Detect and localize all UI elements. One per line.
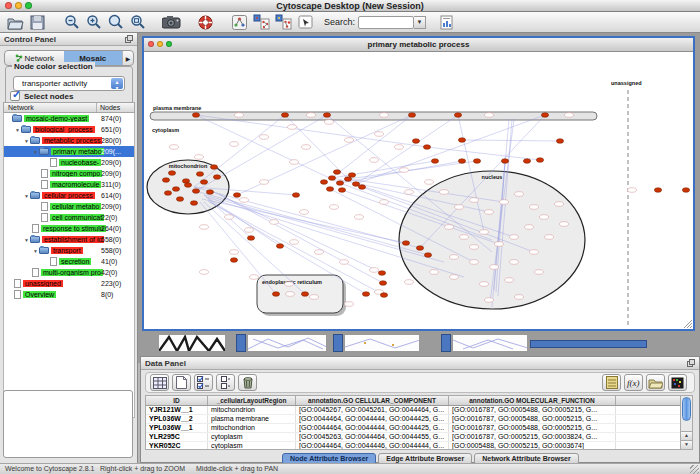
table-row[interactable]: YJR121W__1mitochondrion[GO:0045267, GO:0…	[146, 406, 681, 415]
tree-item-10[interactable]: response to stimulu264(0)	[4, 223, 134, 234]
svg-text:cytoplasm: cytoplasm	[152, 127, 179, 133]
tree-item-8[interactable]: cellular metabo209(0)	[4, 201, 134, 212]
tree-item-count: 311(0)	[101, 181, 121, 188]
tree-item-9[interactable]: cell communicat22(0)	[4, 212, 134, 223]
formula-builder-icon[interactable]: f(x)	[624, 374, 643, 391]
tree-item-3[interactable]: ▼primary metabo209(...	[4, 146, 134, 157]
column-header-filler	[616, 396, 681, 405]
column-header[interactable]: annotation.GO MOLECULAR_FUNCTION	[449, 396, 616, 405]
snapshot-icon[interactable]	[162, 13, 181, 32]
background-window-edge[interactable]	[333, 334, 343, 352]
svg-text:unassigned: unassigned	[611, 80, 642, 86]
folder-icon	[12, 115, 22, 122]
apply-layout-icon[interactable]	[252, 13, 271, 32]
tree-item-12[interactable]: ▼transport558(0)	[4, 245, 134, 256]
network-view-window: primary metabolic process plasma membran…	[142, 36, 695, 331]
zoom-in-icon[interactable]	[84, 13, 103, 32]
tree-item-count: 558(0)	[101, 247, 121, 254]
vizmapper-icon[interactable]	[230, 13, 249, 32]
scroll-up-icon[interactable]: ▲	[681, 431, 692, 440]
background-window-edge[interactable]	[530, 340, 647, 348]
table-cell: YJR121W__1	[146, 406, 208, 414]
search-input[interactable]	[358, 16, 414, 29]
tree-col-nodes[interactable]: Nodes	[97, 103, 134, 112]
expand-arrow-icon[interactable]: ▼	[14, 127, 21, 133]
attribute-batch-unselect-icon[interactable]	[216, 374, 235, 391]
tree-item-0[interactable]: mosaic-demo-yeast874(0)	[4, 113, 134, 124]
float-panel-icon[interactable]	[125, 35, 133, 45]
tree-item-14[interactable]: multi-organism pro42(0)	[4, 267, 134, 278]
table-cell: [GO:0045267, GO:0045261, GO:0044464, G..…	[296, 406, 449, 414]
resize-grip[interactable]	[690, 465, 699, 474]
network-canvas[interactable]: plasma membranecytoplasmmitochondrionnuc…	[144, 52, 693, 329]
tree-item-7[interactable]: ▼cellular process614(0)	[4, 190, 134, 201]
column-header[interactable]: _cellularLayoutRegion	[208, 396, 296, 405]
tree-item-11[interactable]: ▼establishment of lo558(0)	[4, 234, 134, 245]
background-window[interactable]	[158, 334, 226, 352]
node-color-combobox[interactable]: transporter activity ▲▼	[13, 76, 125, 91]
expand-arrow-icon[interactable]: ▼	[23, 237, 30, 243]
status-pan-hint: Middle-click + drag to PAN	[196, 465, 278, 472]
tree-item-label: cellular metabo	[50, 203, 101, 210]
apply-layout-alt-icon[interactable]	[274, 13, 293, 32]
table-row[interactable]: YPL036W__1mitochondrion[GO:0044464, GO:0…	[146, 424, 681, 433]
background-window[interactable]	[344, 334, 420, 352]
birds-eye-view[interactable]	[3, 390, 133, 458]
tree-item-count: 614(0)	[101, 192, 121, 199]
save-icon[interactable]	[28, 13, 47, 32]
table-scrollbar[interactable]: ▲ ▼	[680, 395, 693, 450]
expand-arrow-icon[interactable]: ▼	[23, 193, 30, 199]
attribute-batch-select-icon[interactable]	[194, 374, 213, 391]
network-window-titlebar[interactable]: primary metabolic process	[144, 38, 693, 52]
search-dropdown-icon[interactable]: ▼	[414, 16, 426, 29]
tree-item-4[interactable]: nucleobase-209(0)	[4, 157, 134, 168]
import-attributes-icon[interactable]	[646, 374, 665, 391]
tree-item-16[interactable]: Overview8(0)	[4, 289, 134, 300]
tree-item-5[interactable]: nitrogen compo209(0)	[4, 168, 134, 179]
tree-item-count: 223(0)	[101, 280, 121, 287]
float-panel-icon[interactable]	[687, 359, 695, 369]
column-header[interactable]: ID	[146, 396, 208, 405]
scrollbar-thumb[interactable]	[682, 397, 691, 421]
tree-col-network[interactable]: Network	[4, 103, 97, 112]
table-cell: [GO:0016787, GO:0005215, GO:0003824, G..…	[449, 433, 616, 441]
attribute-table: ID_cellularLayoutRegionannotation.GO CEL…	[145, 395, 682, 450]
create-attribute-icon[interactable]	[172, 374, 191, 391]
tabs-overflow-icon[interactable]: ▶	[122, 51, 133, 65]
column-header[interactable]: annotation.GO CELLULAR_COMPONENT	[296, 396, 449, 405]
table-row[interactable]: YPL036W__2plasma membrane[GO:0044464, GO…	[146, 415, 681, 424]
expand-arrow-icon[interactable]: ▼	[32, 248, 39, 254]
table-row[interactable]: YLR295Ccytoplasm[GO:0045263, GO:0044464,…	[146, 433, 681, 442]
background-window-edge[interactable]	[236, 334, 246, 352]
tree-item-2[interactable]: ▼metabolic process280(0)	[4, 135, 134, 146]
tree-item-15[interactable]: unassigned223(0)	[4, 278, 134, 289]
tree-item-6[interactable]: macromolecule311(0)	[4, 179, 134, 190]
app-title-bar[interactable]: Cytoscape Desktop (New Session)	[0, 0, 700, 12]
expand-arrow-icon[interactable]: ▼	[23, 138, 30, 144]
tree-item-count: 209(...	[101, 148, 121, 155]
open-file-icon[interactable]	[6, 13, 25, 32]
scroll-down-icon[interactable]: ▼	[681, 440, 692, 449]
zoom-actual-icon[interactable]	[106, 13, 125, 32]
delete-attribute-icon[interactable]	[238, 374, 257, 391]
select-nodes-checkbox[interactable]: ✓	[10, 91, 20, 101]
tree-item-count: 42(0)	[101, 269, 117, 276]
tree-item-13[interactable]: secretion41(0)	[4, 256, 134, 267]
attribute-report-icon[interactable]	[438, 13, 457, 32]
help-icon[interactable]	[196, 13, 215, 32]
annotation-icon[interactable]	[296, 13, 315, 32]
background-window[interactable]	[452, 334, 528, 352]
tree-item-count: 22(0)	[101, 214, 117, 221]
select-attributes-icon[interactable]	[150, 374, 169, 391]
zoom-fit-icon[interactable]	[128, 13, 147, 32]
background-window[interactable]	[247, 334, 327, 352]
table-cell: YKR052C	[146, 442, 208, 450]
expand-arrow-icon[interactable]: ▼	[32, 149, 39, 155]
table-row[interactable]: YKR052Ccytoplasm[GO:0044464, GO:0044446,…	[146, 442, 681, 450]
attribute-matrix-icon[interactable]	[668, 374, 687, 391]
attribute-editor-icon[interactable]	[602, 374, 621, 391]
zoom-out-icon[interactable]	[62, 13, 81, 32]
attribute-toolbar: f(x)	[145, 372, 695, 393]
background-window-edge[interactable]	[441, 334, 451, 352]
tree-item-1[interactable]: ▼biological_process651(0)	[4, 124, 134, 135]
